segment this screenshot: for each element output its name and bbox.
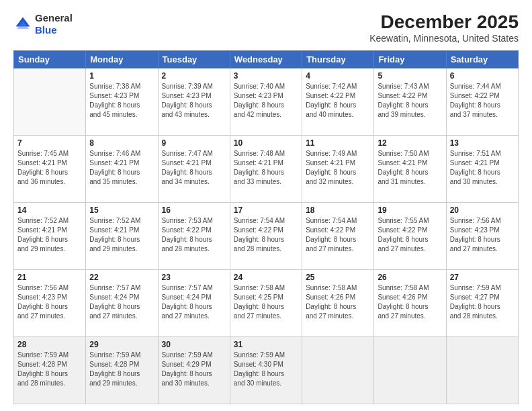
calendar-cell: 28Sunrise: 7:59 AM Sunset: 4:28 PM Dayli…	[14, 336, 86, 404]
day-info: Sunrise: 7:42 AM Sunset: 4:22 PM Dayligh…	[306, 82, 370, 120]
day-info: Sunrise: 7:59 AM Sunset: 4:28 PM Dayligh…	[17, 351, 82, 388]
day-number: 31	[234, 340, 298, 349]
day-info: Sunrise: 7:58 AM Sunset: 4:25 PM Dayligh…	[234, 283, 298, 321]
day-info: Sunrise: 7:48 AM Sunset: 4:21 PM Dayligh…	[234, 149, 298, 187]
calendar-cell: 26Sunrise: 7:58 AM Sunset: 4:26 PM Dayli…	[374, 269, 446, 336]
calendar-cell: 12Sunrise: 7:50 AM Sunset: 4:21 PM Dayli…	[374, 135, 446, 202]
day-info: Sunrise: 7:51 AM Sunset: 4:21 PM Dayligh…	[450, 149, 515, 187]
day-number: 18	[306, 205, 370, 215]
day-info: Sunrise: 7:45 AM Sunset: 4:21 PM Dayligh…	[17, 149, 82, 187]
col-monday: Monday	[86, 50, 158, 68]
day-info: Sunrise: 7:55 AM Sunset: 4:22 PM Dayligh…	[378, 216, 442, 254]
calendar-cell: 10Sunrise: 7:48 AM Sunset: 4:21 PM Dayli…	[230, 135, 302, 202]
day-number: 4	[306, 71, 370, 81]
day-number: 7	[17, 138, 82, 148]
calendar-cell	[374, 336, 446, 404]
day-number: 6	[450, 71, 515, 81]
logo-blue: Blue	[35, 24, 73, 36]
day-info: Sunrise: 7:47 AM Sunset: 4:21 PM Dayligh…	[162, 149, 226, 187]
calendar-cell: 29Sunrise: 7:59 AM Sunset: 4:28 PM Dayli…	[86, 336, 158, 404]
calendar-cell: 8Sunrise: 7:46 AM Sunset: 4:21 PM Daylig…	[86, 135, 158, 202]
day-number: 29	[89, 340, 154, 349]
day-number: 5	[378, 71, 442, 81]
calendar-cell: 27Sunrise: 7:59 AM Sunset: 4:27 PM Dayli…	[446, 269, 518, 336]
calendar-cell: 2Sunrise: 7:39 AM Sunset: 4:23 PM Daylig…	[158, 68, 230, 135]
day-info: Sunrise: 7:56 AM Sunset: 4:23 PM Dayligh…	[450, 216, 515, 254]
calendar-cell: 31Sunrise: 7:59 AM Sunset: 4:30 PM Dayli…	[230, 336, 302, 404]
day-number: 20	[450, 205, 515, 215]
calendar-cell: 4Sunrise: 7:42 AM Sunset: 4:22 PM Daylig…	[302, 68, 374, 135]
day-info: Sunrise: 7:59 AM Sunset: 4:30 PM Dayligh…	[234, 351, 298, 388]
calendar-cell: 15Sunrise: 7:52 AM Sunset: 4:21 PM Dayli…	[86, 202, 158, 269]
logo: General Blue	[13, 12, 73, 36]
day-info: Sunrise: 7:56 AM Sunset: 4:23 PM Dayligh…	[17, 283, 82, 321]
calendar-table: Sunday Monday Tuesday Wednesday Thursday…	[13, 50, 519, 404]
calendar-cell: 5Sunrise: 7:43 AM Sunset: 4:22 PM Daylig…	[374, 68, 446, 135]
page: General Blue December 2025 Keewatin, Min…	[0, 0, 532, 411]
calendar-cell: 18Sunrise: 7:54 AM Sunset: 4:22 PM Dayli…	[302, 202, 374, 269]
day-number: 3	[234, 71, 298, 81]
day-number: 13	[450, 138, 515, 148]
day-info: Sunrise: 7:59 AM Sunset: 4:28 PM Dayligh…	[89, 351, 154, 388]
day-info: Sunrise: 7:50 AM Sunset: 4:21 PM Dayligh…	[378, 149, 442, 187]
day-info: Sunrise: 7:58 AM Sunset: 4:26 PM Dayligh…	[306, 283, 370, 321]
day-number: 26	[378, 273, 442, 282]
day-number: 24	[234, 273, 298, 282]
calendar-cell: 16Sunrise: 7:53 AM Sunset: 4:22 PM Dayli…	[158, 202, 230, 269]
calendar-cell: 14Sunrise: 7:52 AM Sunset: 4:21 PM Dayli…	[14, 202, 86, 269]
day-info: Sunrise: 7:59 AM Sunset: 4:29 PM Dayligh…	[162, 351, 226, 388]
calendar-cell: 6Sunrise: 7:44 AM Sunset: 4:22 PM Daylig…	[446, 68, 518, 135]
calendar-cell: 25Sunrise: 7:58 AM Sunset: 4:26 PM Dayli…	[302, 269, 374, 336]
day-number: 30	[162, 340, 226, 349]
day-number: 21	[17, 273, 82, 282]
calendar-cell: 1Sunrise: 7:38 AM Sunset: 4:23 PM Daylig…	[86, 68, 158, 135]
day-info: Sunrise: 7:40 AM Sunset: 4:23 PM Dayligh…	[234, 82, 298, 120]
calendar-subtitle: Keewatin, Minnesota, United States	[369, 33, 519, 44]
calendar-cell: 24Sunrise: 7:58 AM Sunset: 4:25 PM Dayli…	[230, 269, 302, 336]
day-info: Sunrise: 7:54 AM Sunset: 4:22 PM Dayligh…	[234, 216, 298, 254]
calendar-week-row: 28Sunrise: 7:59 AM Sunset: 4:28 PM Dayli…	[14, 336, 519, 404]
day-info: Sunrise: 7:44 AM Sunset: 4:22 PM Dayligh…	[450, 82, 515, 120]
day-number: 16	[162, 205, 226, 215]
day-number: 14	[17, 205, 82, 215]
day-number: 11	[306, 138, 370, 148]
day-info: Sunrise: 7:57 AM Sunset: 4:24 PM Dayligh…	[89, 283, 154, 321]
col-sunday: Sunday	[14, 50, 86, 68]
day-info: Sunrise: 7:46 AM Sunset: 4:21 PM Dayligh…	[89, 149, 154, 187]
calendar-cell: 23Sunrise: 7:57 AM Sunset: 4:24 PM Dayli…	[158, 269, 230, 336]
day-info: Sunrise: 7:58 AM Sunset: 4:26 PM Dayligh…	[378, 283, 442, 321]
day-number: 25	[306, 273, 370, 282]
day-info: Sunrise: 7:43 AM Sunset: 4:22 PM Dayligh…	[378, 82, 442, 120]
calendar-cell	[446, 336, 518, 404]
calendar-cell: 30Sunrise: 7:59 AM Sunset: 4:29 PM Dayli…	[158, 336, 230, 404]
day-number: 27	[450, 273, 515, 282]
day-number: 22	[89, 273, 154, 282]
logo-icon	[13, 15, 32, 34]
calendar-title: December 2025	[369, 12, 519, 33]
col-friday: Friday	[374, 50, 446, 68]
calendar-cell: 11Sunrise: 7:49 AM Sunset: 4:21 PM Dayli…	[302, 135, 374, 202]
day-number: 17	[234, 205, 298, 215]
calendar-week-row: 7Sunrise: 7:45 AM Sunset: 4:21 PM Daylig…	[14, 135, 519, 202]
day-number: 12	[378, 138, 442, 148]
day-info: Sunrise: 7:52 AM Sunset: 4:21 PM Dayligh…	[89, 216, 154, 254]
calendar-cell: 19Sunrise: 7:55 AM Sunset: 4:22 PM Dayli…	[374, 202, 446, 269]
calendar-cell: 13Sunrise: 7:51 AM Sunset: 4:21 PM Dayli…	[446, 135, 518, 202]
day-number: 15	[89, 205, 154, 215]
day-info: Sunrise: 7:52 AM Sunset: 4:21 PM Dayligh…	[17, 216, 82, 254]
calendar-cell	[302, 336, 374, 404]
day-info: Sunrise: 7:59 AM Sunset: 4:27 PM Dayligh…	[450, 283, 515, 321]
day-number: 10	[234, 138, 298, 148]
day-number: 23	[162, 273, 226, 282]
day-number: 28	[17, 340, 82, 349]
day-info: Sunrise: 7:54 AM Sunset: 4:22 PM Dayligh…	[306, 216, 370, 254]
calendar-cell: 21Sunrise: 7:56 AM Sunset: 4:23 PM Dayli…	[14, 269, 86, 336]
header: General Blue December 2025 Keewatin, Min…	[13, 12, 519, 44]
day-info: Sunrise: 7:49 AM Sunset: 4:21 PM Dayligh…	[306, 149, 370, 187]
calendar-header-row: Sunday Monday Tuesday Wednesday Thursday…	[14, 50, 519, 68]
title-block: December 2025 Keewatin, Minnesota, Unite…	[369, 12, 519, 44]
day-info: Sunrise: 7:57 AM Sunset: 4:24 PM Dayligh…	[162, 283, 226, 321]
day-number: 8	[89, 138, 154, 148]
day-info: Sunrise: 7:38 AM Sunset: 4:23 PM Dayligh…	[89, 82, 154, 120]
day-number: 2	[162, 71, 226, 81]
